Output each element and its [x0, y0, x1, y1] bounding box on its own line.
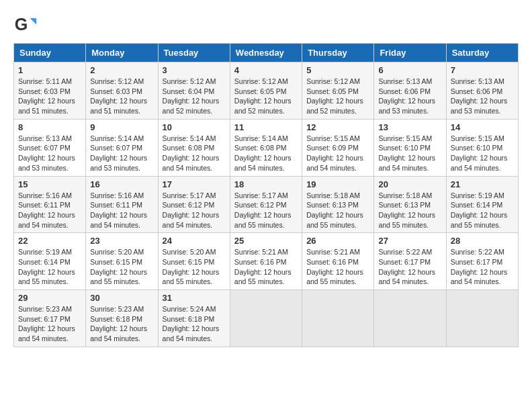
calendar-cell: [230, 290, 302, 347]
day-info: Sunrise: 5:17 AMSunset: 6:12 PMDaylight:…: [234, 191, 298, 230]
day-info: Sunrise: 5:12 AMSunset: 6:04 PMDaylight:…: [163, 77, 226, 116]
calendar-table: SundayMondayTuesdayWednesdayThursdayFrid…: [13, 43, 519, 347]
day-number: 6: [378, 65, 441, 75]
calendar-cell: [446, 290, 518, 347]
day-info: Sunrise: 5:12 AMSunset: 6:05 PMDaylight:…: [234, 77, 298, 116]
calendar-cell: 14Sunrise: 5:15 AMSunset: 6:10 PMDayligh…: [446, 119, 518, 176]
day-number: 25: [234, 236, 298, 246]
day-info: Sunrise: 5:21 AMSunset: 6:16 PMDaylight:…: [234, 247, 298, 287]
logo-icon: G: [13, 13, 38, 38]
calendar-cell: 11Sunrise: 5:14 AMSunset: 6:08 PMDayligh…: [230, 119, 302, 176]
header-tuesday: Tuesday: [158, 44, 230, 62]
calendar-cell: 30Sunrise: 5:23 AMSunset: 6:18 PMDayligh…: [86, 290, 158, 347]
calendar-cell: [374, 290, 446, 347]
calendar-cell: 25Sunrise: 5:21 AMSunset: 6:16 PMDayligh…: [230, 233, 302, 290]
week-row-4: 22Sunrise: 5:19 AMSunset: 6:14 PMDayligh…: [14, 233, 519, 290]
day-number: 7: [451, 65, 514, 75]
day-number: 23: [90, 236, 153, 246]
calendar-cell: 10Sunrise: 5:14 AMSunset: 6:08 PMDayligh…: [158, 119, 230, 176]
header-saturday: Saturday: [446, 44, 518, 62]
svg-marker-2: [30, 18, 36, 24]
calendar-cell: 12Sunrise: 5:15 AMSunset: 6:09 PMDayligh…: [302, 119, 374, 176]
calendar-cell: 31Sunrise: 5:24 AMSunset: 6:18 PMDayligh…: [158, 290, 230, 347]
day-info: Sunrise: 5:24 AMSunset: 6:18 PMDaylight:…: [163, 304, 226, 344]
day-number: 10: [163, 122, 226, 132]
calendar-cell: 2Sunrise: 5:12 AMSunset: 6:03 PMDaylight…: [86, 62, 158, 120]
calendar-cell: 28Sunrise: 5:22 AMSunset: 6:17 PMDayligh…: [446, 233, 518, 290]
day-info: Sunrise: 5:13 AMSunset: 6:07 PMDaylight:…: [18, 134, 81, 173]
day-number: 1: [18, 65, 81, 75]
calendar-cell: 9Sunrise: 5:14 AMSunset: 6:07 PMDaylight…: [86, 119, 158, 176]
day-number: 30: [90, 293, 153, 303]
calendar-cell: 19Sunrise: 5:18 AMSunset: 6:13 PMDayligh…: [302, 176, 374, 233]
day-info: Sunrise: 5:14 AMSunset: 6:08 PMDaylight:…: [163, 134, 226, 173]
day-number: 31: [163, 293, 226, 303]
header-wednesday: Wednesday: [230, 44, 302, 62]
calendar-cell: 17Sunrise: 5:17 AMSunset: 6:12 PMDayligh…: [158, 176, 230, 233]
day-info: Sunrise: 5:17 AMSunset: 6:12 PMDaylight:…: [163, 191, 226, 230]
calendar-cell: 1Sunrise: 5:11 AMSunset: 6:03 PMDaylight…: [14, 62, 86, 120]
day-info: Sunrise: 5:23 AMSunset: 6:18 PMDaylight:…: [90, 304, 153, 344]
day-number: 9: [90, 122, 153, 132]
day-number: 8: [18, 122, 81, 132]
day-info: Sunrise: 5:15 AMSunset: 6:09 PMDaylight:…: [306, 134, 369, 173]
day-number: 26: [306, 236, 369, 246]
header-friday: Friday: [374, 44, 446, 62]
calendar-cell: 20Sunrise: 5:18 AMSunset: 6:13 PMDayligh…: [374, 176, 446, 233]
day-info: Sunrise: 5:19 AMSunset: 6:14 PMDaylight:…: [451, 191, 514, 230]
calendar-cell: 27Sunrise: 5:22 AMSunset: 6:17 PMDayligh…: [374, 233, 446, 290]
day-info: Sunrise: 5:16 AMSunset: 6:11 PMDaylight:…: [18, 191, 81, 230]
calendar-cell: 7Sunrise: 5:13 AMSunset: 6:06 PMDaylight…: [446, 62, 518, 120]
day-number: 14: [451, 122, 514, 132]
calendar-cell: 21Sunrise: 5:19 AMSunset: 6:14 PMDayligh…: [446, 176, 518, 233]
day-number: 15: [18, 179, 81, 189]
header-monday: Monday: [86, 44, 158, 62]
day-info: Sunrise: 5:13 AMSunset: 6:06 PMDaylight:…: [451, 77, 514, 116]
calendar-cell: 29Sunrise: 5:23 AMSunset: 6:17 PMDayligh…: [14, 290, 86, 347]
day-number: 11: [234, 122, 298, 132]
day-number: 3: [163, 65, 226, 75]
day-number: 22: [18, 236, 81, 246]
calendar-body: 1Sunrise: 5:11 AMSunset: 6:03 PMDaylight…: [14, 62, 519, 347]
day-number: 17: [163, 179, 226, 189]
calendar-cell: 5Sunrise: 5:12 AMSunset: 6:05 PMDaylight…: [302, 62, 374, 120]
week-row-3: 15Sunrise: 5:16 AMSunset: 6:11 PMDayligh…: [14, 176, 519, 233]
day-number: 13: [378, 122, 441, 132]
day-info: Sunrise: 5:20 AMSunset: 6:15 PMDaylight:…: [163, 247, 226, 287]
day-info: Sunrise: 5:22 AMSunset: 6:17 PMDaylight:…: [451, 247, 514, 287]
day-info: Sunrise: 5:21 AMSunset: 6:16 PMDaylight:…: [306, 247, 369, 287]
day-number: 28: [451, 236, 514, 246]
day-info: Sunrise: 5:15 AMSunset: 6:10 PMDaylight:…: [451, 134, 514, 173]
day-info: Sunrise: 5:12 AMSunset: 6:03 PMDaylight:…: [90, 77, 153, 116]
day-info: Sunrise: 5:13 AMSunset: 6:06 PMDaylight:…: [378, 77, 441, 116]
day-number: 4: [234, 65, 298, 75]
header: G: [13, 13, 519, 38]
week-row-2: 8Sunrise: 5:13 AMSunset: 6:07 PMDaylight…: [14, 119, 519, 176]
day-info: Sunrise: 5:23 AMSunset: 6:17 PMDaylight:…: [18, 304, 81, 344]
week-row-1: 1Sunrise: 5:11 AMSunset: 6:03 PMDaylight…: [14, 62, 519, 120]
day-number: 21: [451, 179, 514, 189]
day-info: Sunrise: 5:14 AMSunset: 6:07 PMDaylight:…: [90, 134, 153, 173]
calendar-cell: 8Sunrise: 5:13 AMSunset: 6:07 PMDaylight…: [14, 119, 86, 176]
calendar-cell: 16Sunrise: 5:16 AMSunset: 6:11 PMDayligh…: [86, 176, 158, 233]
day-info: Sunrise: 5:15 AMSunset: 6:10 PMDaylight:…: [378, 134, 441, 173]
calendar-cell: 26Sunrise: 5:21 AMSunset: 6:16 PMDayligh…: [302, 233, 374, 290]
day-info: Sunrise: 5:16 AMSunset: 6:11 PMDaylight:…: [90, 191, 153, 230]
header-row: SundayMondayTuesdayWednesdayThursdayFrid…: [14, 44, 519, 62]
calendar-cell: 3Sunrise: 5:12 AMSunset: 6:04 PMDaylight…: [158, 62, 230, 120]
calendar-cell: 13Sunrise: 5:15 AMSunset: 6:10 PMDayligh…: [374, 119, 446, 176]
day-number: 12: [306, 122, 369, 132]
day-number: 18: [234, 179, 298, 189]
header-thursday: Thursday: [302, 44, 374, 62]
calendar-header: SundayMondayTuesdayWednesdayThursdayFrid…: [14, 44, 519, 62]
day-info: Sunrise: 5:18 AMSunset: 6:13 PMDaylight:…: [378, 191, 441, 230]
day-number: 24: [163, 236, 226, 246]
calendar-cell: 18Sunrise: 5:17 AMSunset: 6:12 PMDayligh…: [230, 176, 302, 233]
day-info: Sunrise: 5:18 AMSunset: 6:13 PMDaylight:…: [306, 191, 369, 230]
day-info: Sunrise: 5:11 AMSunset: 6:03 PMDaylight:…: [18, 77, 81, 116]
calendar-cell: 24Sunrise: 5:20 AMSunset: 6:15 PMDayligh…: [158, 233, 230, 290]
day-number: 16: [90, 179, 153, 189]
calendar-cell: 4Sunrise: 5:12 AMSunset: 6:05 PMDaylight…: [230, 62, 302, 120]
calendar-cell: 23Sunrise: 5:20 AMSunset: 6:15 PMDayligh…: [86, 233, 158, 290]
day-number: 29: [18, 293, 81, 303]
